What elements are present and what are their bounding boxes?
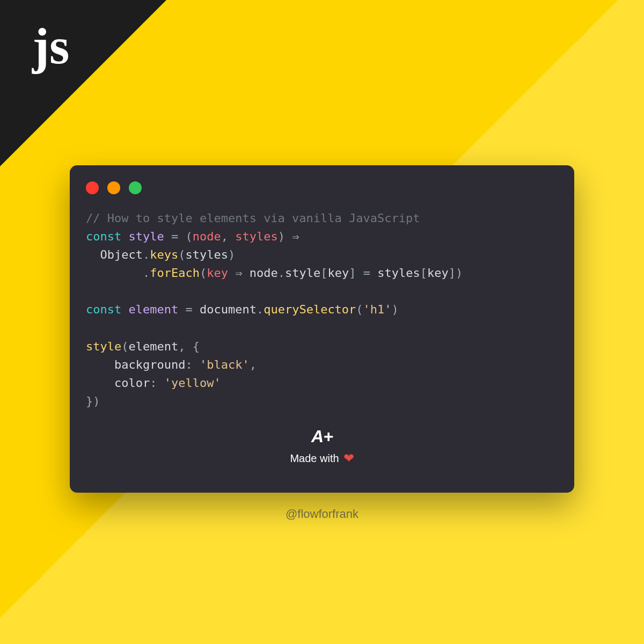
method: keys (150, 248, 178, 261)
prop-key: color (114, 376, 150, 390)
string: 'black' (200, 358, 250, 371)
ident: key (327, 266, 349, 280)
punct: ) (278, 230, 285, 243)
param: styles (235, 230, 277, 243)
method: querySelector (264, 303, 356, 316)
punct: ) (228, 248, 235, 261)
minimize-icon[interactable] (107, 181, 120, 194)
close-icon[interactable] (86, 181, 99, 194)
punct: ( (178, 248, 185, 261)
punct: [ (320, 266, 327, 280)
punct: = (164, 230, 186, 243)
fn-name: element (128, 303, 178, 316)
punct: [ (420, 266, 427, 280)
ident: element (128, 340, 178, 353)
punct: }) (86, 394, 100, 408)
window-controls (86, 181, 558, 194)
punct: : (185, 358, 200, 371)
heart-icon: ❤ (343, 451, 354, 466)
ident: node (250, 266, 278, 280)
method: forEach (150, 266, 200, 280)
param: key (207, 266, 228, 280)
ident: styles (185, 248, 228, 261)
code-card: // How to style elements via vanilla Jav… (70, 165, 574, 493)
punct: , (221, 230, 236, 243)
maximize-icon[interactable] (129, 181, 142, 194)
punct: . (143, 266, 150, 280)
ident: key (427, 266, 449, 280)
code-block: // How to style elements via vanilla Jav… (86, 209, 558, 411)
aplus-badge: A+ (86, 427, 558, 447)
js-logo-label: js (32, 16, 69, 76)
made-with-label: Made with ❤ (86, 451, 558, 466)
punct: ( (185, 230, 192, 243)
punct: . (257, 303, 264, 316)
kw-const: const (86, 230, 121, 243)
corner-triangle (0, 0, 166, 166)
param: node (193, 230, 221, 243)
prop-key: background (114, 358, 185, 371)
indent (86, 376, 114, 390)
ident: Object (100, 248, 143, 261)
kw-const: const (86, 303, 121, 316)
punct: = (178, 303, 200, 316)
ident: style (285, 266, 320, 280)
punct: { (193, 340, 200, 353)
indent (86, 358, 114, 371)
code-comment: // How to style elements via vanilla Jav… (86, 211, 420, 225)
card-footer: A+ Made with ❤ (86, 427, 558, 466)
punct: ( (200, 266, 207, 280)
punct: : (150, 376, 164, 390)
punct: ( (121, 340, 128, 353)
indent (86, 266, 143, 280)
author-handle: @flowforfrank (0, 507, 644, 521)
ident: styles (377, 266, 420, 280)
punct: , (250, 358, 257, 371)
arrow: ⇒ (285, 230, 299, 243)
punct: = (356, 266, 377, 280)
punct: . (278, 266, 285, 280)
fn-call: style (86, 340, 121, 353)
made-text: Made with (290, 452, 339, 465)
punct: ) (392, 303, 399, 316)
punct: ] (449, 266, 456, 280)
punct: , (178, 340, 193, 353)
punct: ] (349, 266, 356, 280)
punct: ) (456, 266, 463, 280)
indent (86, 248, 100, 261)
ident: document (200, 303, 257, 316)
fn-name: style (128, 230, 164, 243)
string: 'h1' (363, 303, 392, 316)
punct: . (143, 248, 150, 261)
arrow: ⇒ (228, 266, 250, 280)
punct: ( (356, 303, 363, 316)
string: 'yellow' (164, 376, 221, 390)
